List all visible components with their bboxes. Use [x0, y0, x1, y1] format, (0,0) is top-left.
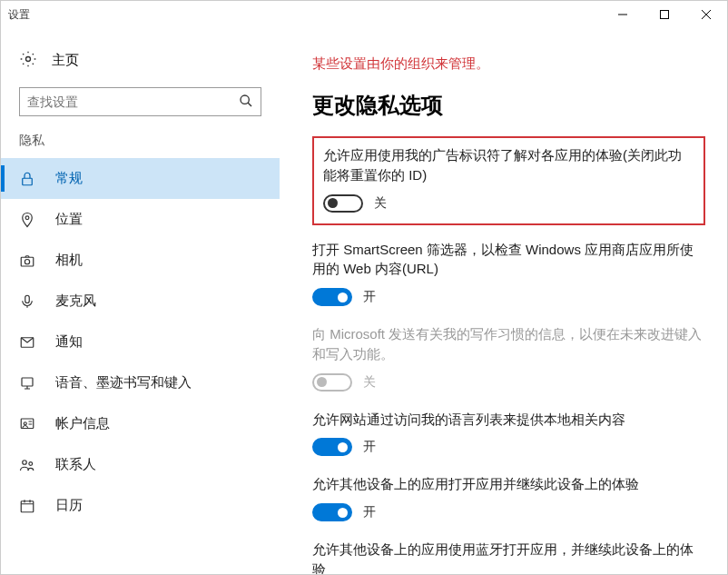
svg-point-11	[24, 421, 26, 424]
main-panel: 某些设置由你的组织来管理。 更改隐私选项 允许应用使用我的广告标识符了解对各应用…	[280, 28, 727, 574]
svg-rect-14	[21, 501, 34, 511]
setting-typing-info: 向 Microsoft 发送有关我的写作习惯的信息，以便在未来改进键入和写入功能…	[312, 324, 705, 392]
svg-rect-9	[22, 378, 33, 386]
titlebar: 设置	[1, 1, 727, 28]
setting-shared-experiences: 允许其他设备上的应用打开应用并继续此设备上的体验 开	[312, 474, 705, 521]
setting-label: 允许应用使用我的广告标识符了解对各应用的体验(关闭此功能将重置你的 ID)	[323, 145, 694, 185]
toggle-state-label: 开	[363, 504, 376, 520]
sidebar-item-account[interactable]: 帐户信息	[1, 403, 280, 444]
setting-label: 允许其他设备上的应用打开应用并继续此设备上的体验	[312, 474, 705, 494]
toggle-state-label: 开	[363, 289, 376, 305]
svg-rect-7	[25, 295, 30, 302]
speech-icon	[19, 375, 35, 392]
sidebar-item-label: 联系人	[55, 456, 96, 473]
account-icon	[19, 416, 35, 432]
sidebar-item-label: 语音、墨迹书写和键入	[55, 374, 192, 392]
sidebar-item-notifications[interactable]: 通知	[1, 322, 280, 362]
camera-icon	[19, 253, 35, 269]
toggle-state-label: 开	[363, 439, 376, 455]
toggle-language-list[interactable]	[312, 438, 352, 456]
sidebar-item-label: 位置	[55, 211, 83, 228]
svg-point-13	[29, 461, 33, 465]
sidebar-item-speech[interactable]: 语音、墨迹书写和键入	[1, 362, 280, 403]
search-icon	[239, 94, 253, 111]
sidebar-item-label: 帐户信息	[55, 415, 110, 432]
svg-point-2	[241, 95, 249, 104]
sidebar-item-general[interactable]: 常规	[1, 158, 280, 199]
setting-label: 向 Microsoft 发送有关我的写作习惯的信息，以便在未来改进键入和写入功能…	[312, 324, 705, 364]
search-box[interactable]	[19, 87, 261, 116]
org-managed-notice: 某些设置由你的组织来管理。	[312, 55, 705, 73]
category-label: 隐私	[1, 133, 280, 158]
setting-smartscreen: 打开 SmartScreen 筛选器，以检查 Windows 应用商店应用所使用…	[312, 240, 705, 307]
setting-label: 允许网站通过访问我的语言列表来提供本地相关内容	[312, 410, 705, 430]
sidebar-item-label: 日历	[55, 497, 83, 514]
sidebar-item-location[interactable]: 位置	[1, 199, 280, 240]
toggle-state-label: 关	[363, 374, 376, 391]
close-button[interactable]	[685, 1, 727, 28]
sidebar-item-microphone[interactable]: 麦克风	[1, 281, 280, 322]
sidebar-item-camera[interactable]: 相机	[1, 240, 280, 281]
home-label: 主页	[52, 52, 79, 69]
minimize-button[interactable]	[602, 1, 644, 28]
svg-point-1	[26, 57, 31, 62]
svg-point-12	[23, 460, 27, 464]
location-icon	[19, 212, 35, 228]
page-heading: 更改隐私选项	[312, 91, 705, 120]
setting-bluetooth-experiences: 允许其他设备上的应用使用蓝牙打开应用，并继续此设备上的体验 开	[312, 540, 705, 574]
contacts-icon	[19, 457, 35, 473]
toggle-shared-experiences[interactable]	[312, 503, 352, 521]
toggle-typing-info	[312, 373, 352, 392]
sidebar-item-label: 常规	[55, 170, 83, 187]
svg-rect-5	[21, 257, 34, 266]
toggle-advertising-id[interactable]	[323, 194, 363, 213]
svg-point-4	[25, 215, 29, 219]
sidebar-item-calendar[interactable]: 日历	[1, 485, 280, 526]
svg-point-6	[25, 259, 29, 263]
lock-icon	[19, 171, 35, 187]
setting-language-list: 允许网站通过访问我的语言列表来提供本地相关内容 开	[312, 410, 705, 457]
window-title: 设置	[8, 7, 30, 23]
sidebar-item-contacts[interactable]: 联系人	[1, 444, 280, 485]
maximize-button[interactable]	[644, 1, 685, 28]
setting-label: 打开 SmartScreen 筛选器，以检查 Windows 应用商店应用所使用…	[312, 240, 705, 280]
toggle-smartscreen[interactable]	[312, 288, 352, 306]
svg-rect-0	[661, 11, 669, 19]
search-input[interactable]	[27, 94, 239, 109]
calendar-icon	[19, 498, 35, 514]
setting-advertising-id: 允许应用使用我的广告标识符了解对各应用的体验(关闭此功能将重置你的 ID) 关	[312, 136, 705, 225]
home-link[interactable]: 主页	[1, 46, 280, 87]
minimize-icon	[618, 10, 627, 19]
notification-icon	[19, 334, 35, 351]
microphone-icon	[19, 293, 35, 310]
svg-rect-3	[23, 178, 33, 185]
sidebar-item-label: 通知	[55, 333, 83, 351]
setting-label: 允许其他设备上的应用使用蓝牙打开应用，并继续此设备上的体验	[312, 540, 705, 574]
sidebar-item-label: 麦克风	[55, 292, 96, 310]
maximize-icon	[660, 10, 669, 19]
nav-list: 常规 位置 相机 麦克风	[1, 158, 280, 526]
sidebar-item-label: 相机	[55, 252, 83, 269]
window-controls	[602, 1, 727, 28]
close-icon	[702, 10, 711, 19]
gear-icon	[19, 50, 37, 71]
sidebar: 主页 隐私 常规 位置	[1, 28, 280, 574]
toggle-state-label: 关	[374, 195, 387, 212]
